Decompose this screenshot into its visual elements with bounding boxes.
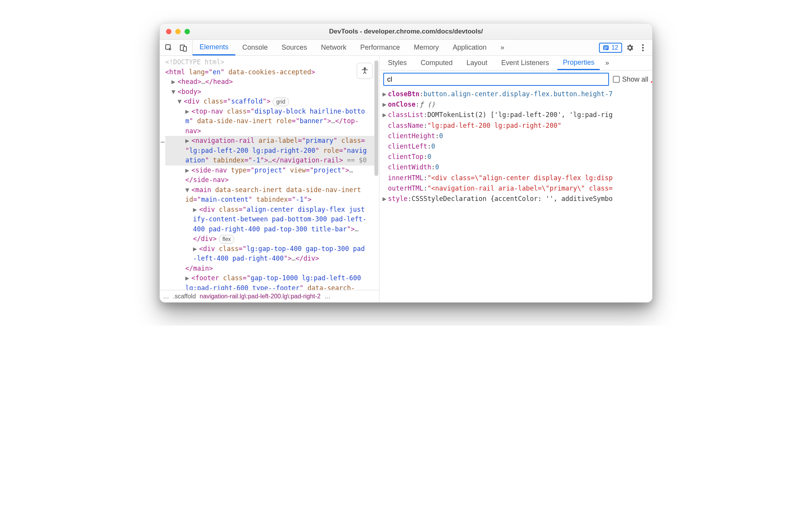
subtab-overflow[interactable]: » — [603, 59, 611, 67]
main-toolbar: Elements Console Sources Network Perform… — [160, 40, 652, 56]
traffic-lights — [166, 29, 190, 34]
subtab-event-listeners[interactable]: Event Listeners — [496, 56, 554, 70]
devtools-window: DevTools - developer.chrome.com/docs/dev… — [159, 23, 653, 303]
show-all-toggle[interactable]: Show all — [613, 75, 648, 84]
sidebar-tabs: Styles Computed Layout Event Listeners P… — [379, 56, 652, 70]
subtab-layout[interactable]: Layout — [461, 56, 493, 70]
subtab-styles[interactable]: Styles — [383, 56, 412, 70]
svg-rect-7 — [604, 49, 606, 50]
tab-performance[interactable]: Performance — [353, 40, 407, 55]
settings-icon[interactable] — [624, 42, 635, 53]
svg-marker-0 — [651, 77, 653, 87]
scrollbar-thumb[interactable] — [374, 60, 378, 176]
properties-filter-input[interactable] — [383, 73, 609, 86]
show-all-label: Show all — [622, 75, 648, 84]
svg-rect-3 — [183, 47, 186, 51]
tab-network[interactable]: Network — [314, 40, 353, 55]
svg-rect-5 — [604, 47, 608, 47]
inspect-icon[interactable] — [163, 42, 174, 54]
tab-elements[interactable]: Elements — [193, 40, 235, 55]
svg-point-9 — [642, 47, 644, 48]
dom-tree[interactable]: <!DOCTYPE html> <html lang="en" data-coo… — [160, 56, 379, 290]
tab-sources[interactable]: Sources — [275, 40, 314, 55]
device-toggle-icon[interactable] — [178, 42, 189, 54]
minimize-window-button[interactable] — [175, 29, 181, 34]
sidebar-panel: Styles Computed Layout Event Listeners P… — [379, 56, 652, 302]
subtab-properties[interactable]: Properties — [557, 56, 600, 70]
show-all-checkbox[interactable] — [613, 76, 620, 83]
callout-arrow — [651, 74, 653, 92]
issues-badge[interactable]: 12 — [599, 43, 622, 53]
elements-panel: ⋯ <!DOCTYPE html> <html lang="en" data-c… — [160, 56, 379, 302]
svg-rect-6 — [604, 48, 608, 49]
breadcrumb-item-active[interactable]: navigation-rail.lg\:pad-left-200.lg\:pad… — [200, 292, 320, 301]
properties-filter-row: Show all — [379, 70, 652, 88]
tab-console[interactable]: Console — [235, 40, 275, 55]
svg-point-10 — [642, 49, 644, 51]
more-icon[interactable] — [638, 42, 648, 53]
tab-application[interactable]: Application — [446, 40, 493, 55]
breadcrumb[interactable]: … .scaffold navigation-rail.lg\:pad-left… — [160, 290, 379, 302]
zoom-window-button[interactable] — [185, 29, 190, 34]
issues-count: 12 — [611, 44, 618, 51]
tab-memory[interactable]: Memory — [407, 40, 446, 55]
panel-tabs: Elements Console Sources Network Perform… — [193, 40, 595, 55]
window-title: DevTools - developer.chrome.com/docs/dev… — [160, 28, 652, 35]
tab-overflow[interactable]: » — [493, 40, 511, 55]
titlebar: DevTools - developer.chrome.com/docs/dev… — [160, 23, 652, 40]
svg-point-8 — [642, 44, 644, 45]
properties-list[interactable]: ▶closeBtn: button.align-center.display-f… — [379, 88, 652, 207]
close-window-button[interactable] — [166, 29, 171, 34]
selected-node[interactable]: ▶<navigation-rail aria-label="primary" c… — [165, 136, 377, 166]
breadcrumb-item[interactable]: .scaffold — [173, 292, 196, 301]
subtab-computed[interactable]: Computed — [415, 56, 458, 70]
